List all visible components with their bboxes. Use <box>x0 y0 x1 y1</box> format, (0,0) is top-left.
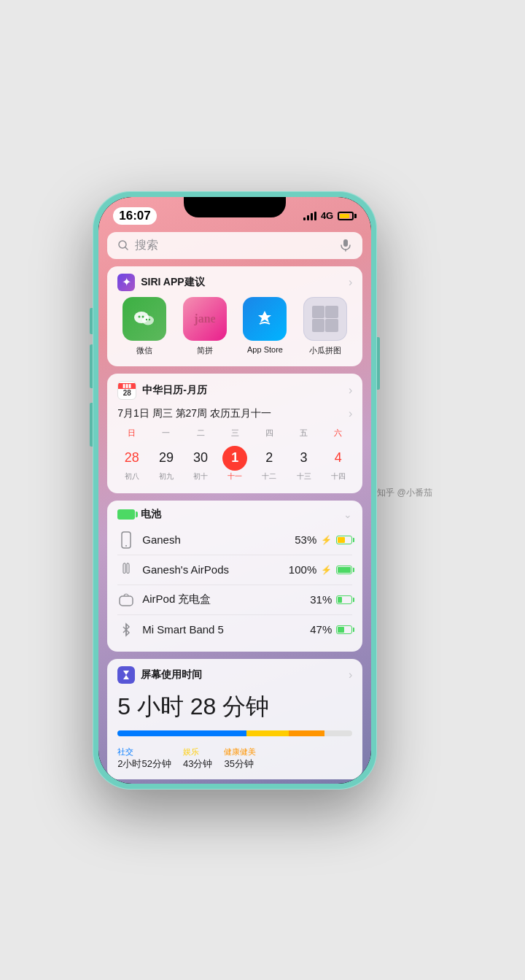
cal-day-2[interactable]: 2 十二 <box>252 443 287 485</box>
case-device-icon <box>117 591 135 609</box>
app-item-puzzle[interactable]: 小瓜拼图 <box>303 297 347 356</box>
phone-icon-svg <box>120 531 132 549</box>
airpods-device-icon <box>117 561 135 579</box>
signal-bar-2 <box>307 215 309 220</box>
app-item-wechat[interactable]: 微信 <box>122 297 166 356</box>
cal-day-4[interactable]: 4 十四 <box>321 443 355 485</box>
svg-rect-2 <box>343 239 348 247</box>
cal-daysub-30: 初十 <box>193 471 208 482</box>
screentime-widget: 屏幕使用时间 › 5 小时 28 分钟 社交 <box>107 659 362 779</box>
battery-chevron-icon[interactable]: ⌄ <box>343 509 352 520</box>
device-airpods-right: 100% ⚡ <box>289 563 352 576</box>
wechat-label: 微信 <box>136 345 152 356</box>
siri-sparkle-icon: ✦ <box>122 275 131 289</box>
siri-chevron-icon[interactable]: › <box>349 276 352 289</box>
mic-icon[interactable] <box>339 239 352 252</box>
device-ganesh-left: Ganesh <box>117 531 181 549</box>
device-airpods-name: Ganesh's AirPods <box>142 563 229 576</box>
cal-week-headers: 日 一 二 三 四 五 六 <box>114 426 355 440</box>
cal-header-fri: 五 <box>287 426 321 440</box>
signal-bar-4 <box>314 212 316 220</box>
calendar-widget: ▮▮▮ 28 中华日历-月历 › 7月1日 周三 第27周 农历五月十一 › <box>107 374 362 493</box>
screentime-labels: 社交 2小时52分钟 娱乐 43分钟 健康健美 35分钟 <box>107 742 362 779</box>
device-case-pct: 31% <box>310 593 332 606</box>
puzzle-cell-3 <box>312 319 325 332</box>
device-case-left: AirPod 充电盒 <box>117 591 211 609</box>
st-bar-social <box>117 730 246 736</box>
battery-body <box>338 212 354 220</box>
battery-fill-airpods <box>338 567 351 573</box>
st-label-ent-name: 娱乐 <box>183 746 212 757</box>
screentime-bar-container <box>107 730 362 736</box>
search-bar[interactable]: 搜索 <box>107 232 362 259</box>
cal-day-1[interactable]: 1 十一 <box>218 443 252 485</box>
cal-daysub-28: 初八 <box>125 471 139 482</box>
cal-header-thu: 四 <box>252 426 287 440</box>
puzzle-label: 小瓜拼图 <box>309 345 341 356</box>
screentime-bar <box>117 730 352 736</box>
battery-widget: 电池 ⌄ <box>107 501 362 652</box>
battery-device-miband: Mi Smart Band 5 47% <box>117 615 352 644</box>
siri-icon: ✦ <box>117 274 135 291</box>
siri-app-grid: 微信 jane 简拼 <box>107 297 362 366</box>
attribution: 知乎 @小番茄 <box>377 487 432 499</box>
battery-fill-status <box>340 214 349 218</box>
siri-widget: ✦ SIRI APP建议 › <box>107 266 362 366</box>
search-left: 搜索 <box>117 238 158 253</box>
screentime-total: 5 小时 28 分钟 <box>107 688 362 730</box>
cal-date-chevron-icon[interactable]: › <box>349 407 352 420</box>
notch <box>184 197 286 217</box>
st-label-other: 健康健美 35分钟 <box>224 746 256 771</box>
cal-header-sun: 日 <box>114 426 149 440</box>
puzzle-grid <box>312 306 338 332</box>
screentime-chevron-icon[interactable]: › <box>349 668 352 682</box>
cal-daynum-1: 1 <box>222 446 247 471</box>
device-ganesh-name: Ganesh <box>142 533 181 546</box>
cal-day-3[interactable]: 3 十三 <box>287 443 321 485</box>
calendar-chevron-icon[interactable]: › <box>349 384 352 397</box>
app-item-appstore[interactable]: App Store <box>243 297 287 356</box>
calendar-header: ▮▮▮ 28 中华日历-月历 › <box>107 374 362 404</box>
side-button[interactable] <box>377 337 380 390</box>
status-right: 4G <box>303 210 357 221</box>
st-label-social-val: 2小时52分钟 <box>117 757 171 771</box>
jianpin-icon: jane <box>183 297 227 341</box>
battery-devices-list: Ganesh 53% ⚡ <box>107 525 362 652</box>
svg-point-11 <box>125 545 127 547</box>
cal-daynum-4: 4 <box>326 446 351 471</box>
signal-bar-1 <box>303 217 306 220</box>
app-item-jianpin[interactable]: jane 简拼 <box>183 297 227 356</box>
battery-device-airpods: Ganesh's AirPods 100% ⚡ <box>117 555 352 585</box>
puzzle-cell-1 <box>312 306 325 319</box>
battery-fill-case <box>338 597 342 603</box>
screentime-header-left: 屏幕使用时间 <box>117 666 202 684</box>
cal-day-28[interactable]: 28 初八 <box>114 443 149 485</box>
cal-date-row: 7月1日 周三 第27周 农历五月十一 › <box>107 404 362 426</box>
cal-daynum-3: 3 <box>292 446 316 471</box>
battery-tip <box>354 214 357 218</box>
cal-header-sat: 六 <box>321 426 355 440</box>
battery-device-ganesh: Ganesh 53% ⚡ <box>117 525 352 555</box>
status-time: 16:07 <box>113 207 156 225</box>
cal-header-tue: 二 <box>184 426 218 440</box>
st-label-ent-val: 43分钟 <box>183 757 212 771</box>
battery-bar-ganesh <box>336 536 352 544</box>
cal-daysub-2: 十二 <box>262 471 276 482</box>
st-bar-ent <box>246 730 289 736</box>
st-bar-other <box>289 730 324 736</box>
cal-date-text: 7月1日 周三 第27周 农历五月十一 <box>117 407 271 420</box>
cal-day-29[interactable]: 29 初九 <box>149 443 183 485</box>
search-placeholder: 搜索 <box>135 238 158 253</box>
screentime-header: 屏幕使用时间 › <box>107 659 362 688</box>
cal-daysub-29: 初九 <box>159 471 174 482</box>
signal-icon <box>303 212 316 220</box>
charging-icon-ganesh: ⚡ <box>321 535 332 545</box>
cal-day-30[interactable]: 30 初十 <box>184 443 218 485</box>
st-label-social: 社交 2小时52分钟 <box>117 746 171 771</box>
battery-title: 电池 <box>141 508 161 521</box>
svg-point-6 <box>139 315 141 317</box>
screen: 16:07 4G <box>98 197 371 784</box>
wechat-icon <box>122 297 166 341</box>
screentime-title: 屏幕使用时间 <box>141 668 202 682</box>
cal-header-left: ▮▮▮ 28 中华日历-月历 <box>117 381 207 400</box>
